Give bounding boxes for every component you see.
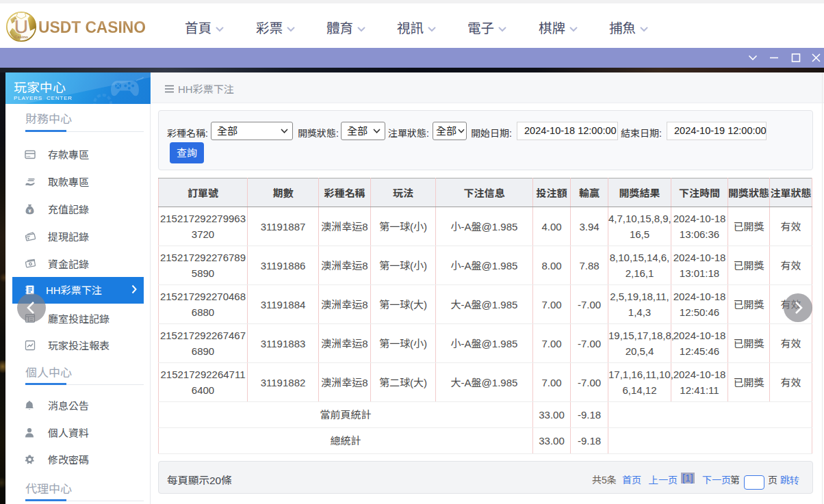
svg-text:¥: ¥ (28, 208, 31, 214)
